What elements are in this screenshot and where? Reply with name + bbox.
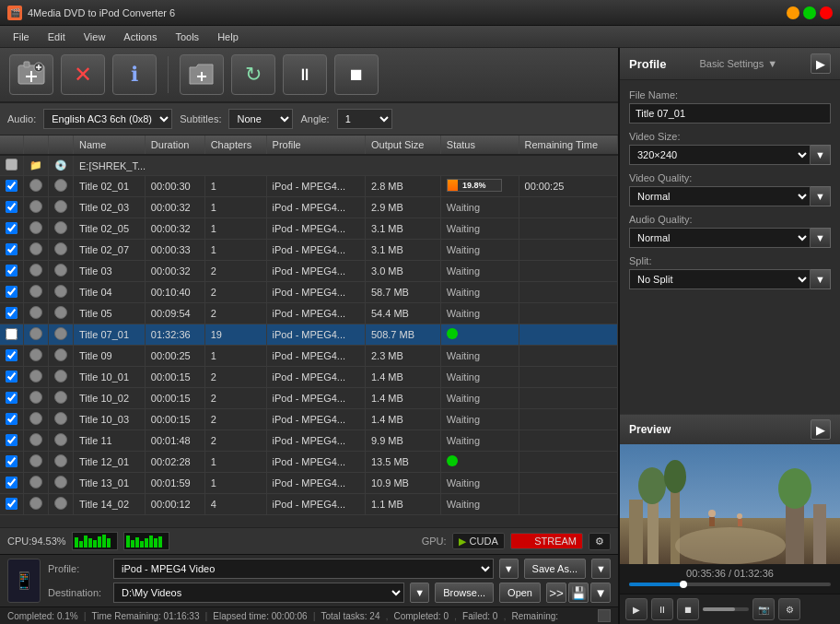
table-row-selected[interactable]: Title 07_01 01:32:36 19 iPod - MPEG4... … [0,324,618,346]
dest-btn-2[interactable]: 💾 [568,583,589,603]
open-button[interactable]: Open [499,583,541,603]
dest-btn-1[interactable]: >> [546,583,566,603]
table-row[interactable]: Title 10_01 00:00:15 2 iPod - MPEG4... 1… [0,367,618,388]
minimize-button[interactable] [787,6,799,19]
preview-expand-button[interactable]: ▶ [811,419,831,440]
menu-tools[interactable]: Tools [166,29,208,44]
table-row[interactable]: Title 02_03 00:00:32 1 iPod - MPEG4... 2… [0,197,618,218]
col-duration[interactable]: Duration [145,135,204,155]
remove-button[interactable]: ✕ [61,54,105,95]
table-row[interactable]: Title 11 00:01:48 2 iPod - MPEG4... 9.9 … [0,430,618,452]
add-folder-button[interactable] [180,54,224,95]
row-checkbox[interactable] [6,413,18,425]
pause-player-button[interactable]: ⏸ [651,598,673,620]
row-checkbox[interactable] [6,349,18,361]
cpu-bar [140,541,144,547]
row-checkbox[interactable] [6,371,18,383]
row-chapters: 2 [204,409,266,430]
audio-quality-select[interactable]: Normal High Low [629,228,811,248]
save-as-button[interactable]: Save As... [524,559,587,579]
play-button[interactable]: ▶ [625,598,648,620]
volume-fill [703,607,735,611]
stream-button[interactable]: ATI STREAM [510,533,583,549]
dest-btn-3[interactable]: ▼ [590,583,611,603]
row-checkbox[interactable] [6,180,18,192]
subtitles-select[interactable]: None [228,109,293,129]
time-slider-handle[interactable] [680,581,687,588]
row-checkbox[interactable] [6,222,18,234]
menu-file[interactable]: File [4,29,39,44]
pause-button[interactable]: ⏸ [283,54,327,95]
table-row[interactable]: Title 13_01 00:01:59 1 iPod - MPEG4... 1… [0,473,618,494]
menu-help[interactable]: Help [208,29,248,44]
maximize-button[interactable] [803,6,816,19]
audio-select[interactable]: English AC3 6ch (0x8) [43,109,172,129]
table-row[interactable]: Title 10_03 00:00:15 2 iPod - MPEG4... 1… [0,409,618,430]
col-status[interactable]: Status [440,135,519,155]
split-select[interactable]: No Split By Size By Time [629,269,811,289]
col-output-size[interactable]: Output Size [365,135,440,155]
table-row[interactable]: Title 03 00:00:32 2 iPod - MPEG4... 3.0 … [0,261,618,282]
table-row[interactable]: Title 09 00:00:25 1 iPod - MPEG4... 2.3 … [0,346,618,367]
browse-button[interactable]: Browse... [435,583,494,603]
row-checkbox[interactable] [6,159,18,171]
file-table-container: Name Duration Chapters Profile Output Si… [0,135,618,527]
row-checkbox[interactable] [6,286,18,298]
angle-select[interactable]: 1 [337,109,392,129]
col-name[interactable]: Name [74,135,146,155]
row-checkbox[interactable] [6,392,18,404]
destination-dropdown-button[interactable]: ▼ [410,583,429,603]
row-name: Title 10_03 [74,409,146,430]
row-checkbox[interactable] [6,328,18,340]
save-as-arrow-button[interactable]: ▼ [591,559,611,579]
row-checkbox[interactable] [6,265,18,277]
cuda-button[interactable]: ▶ CUDA [452,533,505,549]
info-button[interactable]: ℹ [112,54,157,95]
table-row[interactable]: Title 10_02 00:00:15 2 iPod - MPEG4... 1… [0,388,618,409]
menu-view[interactable]: View [75,29,115,44]
table-row[interactable]: Title 05 00:09:54 2 iPod - MPEG4... 54.4… [0,303,618,324]
file-name-input[interactable] [629,103,831,124]
video-size-select[interactable]: 320×240 480×320 640×480 [629,145,811,165]
table-row[interactable]: Title 04 00:10:40 2 iPod - MPEG4... 58.7… [0,282,618,303]
row-checkbox[interactable] [6,455,18,467]
time-slider[interactable] [629,583,831,586]
table-row[interactable]: Title 12_01 00:02:28 1 iPod - MPEG4... 1… [0,452,618,473]
col-chapters[interactable]: Chapters [204,135,266,155]
col-profile[interactable]: Profile [266,135,365,155]
settings-player-button[interactable]: ⚙ [778,598,800,620]
row-checkbox[interactable] [6,243,18,255]
volume-slider[interactable] [703,607,749,611]
row-checkbox[interactable] [6,477,18,489]
table-row[interactable]: 📁 💿 E:[SHREK_T... [0,155,618,176]
settings-form: File Name: Video Size: 320×240 480×320 6… [620,80,840,414]
row-name: Title 03 [74,261,146,282]
row-checkbox[interactable] [6,201,18,213]
basic-settings-button[interactable]: Basic Settings ▼ [699,58,777,69]
destination-select[interactable]: D:\My Videos [113,583,404,603]
row-checkbox[interactable] [6,434,18,446]
video-quality-select[interactable]: Normal High Low [629,186,811,206]
row-checkbox[interactable] [6,307,18,319]
table-row[interactable]: Title 02_01 00:00:30 1 iPod - MPEG4... 2… [0,176,618,197]
row-checkbox[interactable] [6,498,18,510]
add-files-button[interactable] [9,54,53,95]
stop-player-button[interactable]: ⏹ [677,598,699,620]
convert-button[interactable]: ↻ [231,54,275,95]
table-row[interactable]: Title 02_05 00:00:32 1 iPod - MPEG4... 3… [0,218,618,240]
cuda-label: CUDA [470,536,498,547]
expand-button[interactable]: ▶ [811,53,831,74]
col-remaining[interactable]: Remaining Time [519,135,617,155]
menu-actions[interactable]: Actions [114,29,166,44]
profile-dropdown-button[interactable]: ▼ [499,559,519,579]
snapshot-button[interactable]: 📷 [752,598,775,620]
menu-edit[interactable]: Edit [39,29,75,44]
table-row[interactable]: Title 02_07 00:00:33 1 iPod - MPEG4... 3… [0,240,618,261]
gpu-settings-button[interactable]: ⚙ [589,533,611,550]
split-label: Split: [629,255,831,266]
close-button[interactable] [820,6,833,19]
profile-select[interactable]: iPod - MPEG4 Video [113,559,494,579]
stop-button[interactable]: ⏹ [334,54,379,95]
status-icon-btn[interactable] [598,609,611,622]
table-row[interactable]: Title 14_02 00:00:12 4 iPod - MPEG4... 1… [0,494,618,515]
